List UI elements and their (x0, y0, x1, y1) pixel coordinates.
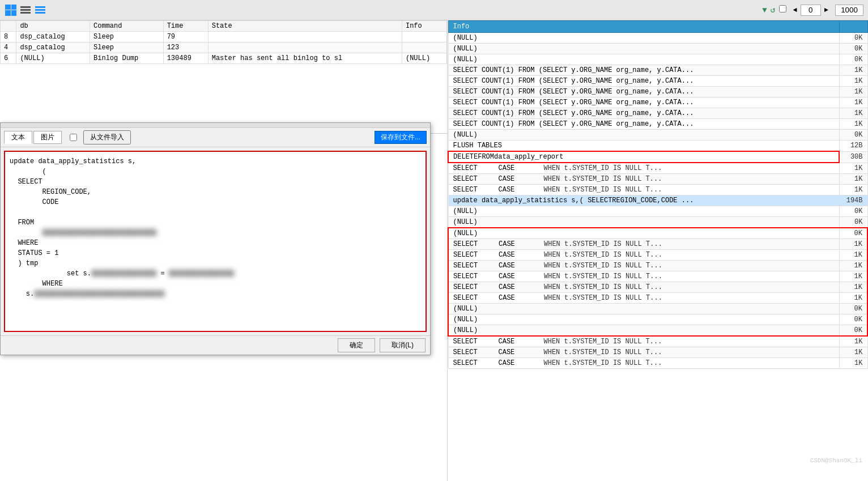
cell-size: 0K (839, 130, 867, 141)
import-file-button[interactable]: 从文件导入 (83, 130, 131, 144)
filter-icon[interactable]: ▼ (762, 6, 767, 15)
table-row[interactable]: SELECTCASEWHEN t.SYSTEM_ID IS NULL T...1… (448, 271, 867, 282)
cell-size: 1K (839, 97, 867, 108)
cell-info: SELECT COUNT(1) FROM (SELECT y.ORG_NAME … (448, 76, 839, 87)
cell-info: SELECTCASEWHEN t.SYSTEM_ID IS NULL T... (448, 293, 839, 304)
right-scroll-area[interactable]: Info (NULL)0K(NULL)0K(NULL)0KSELECT COUN… (448, 20, 868, 481)
table-row[interactable]: SELECT COUNT(1) FROM (SELECT y.ORG_NAME … (448, 87, 867, 97)
cell-info: SELECTCASEWHEN t.SYSTEM_ID IS NULL T... (448, 261, 839, 271)
cell-info: (NULL) (448, 325, 839, 337)
cell-db: dsp_catalog (16, 32, 90, 42)
table-row[interactable]: (NULL)0K (448, 325, 867, 337)
table-row[interactable]: SELECTCASEWHEN t.SYSTEM_ID IS NULL T...1… (448, 293, 867, 304)
toolbar: ▼ ↺ ◄ ► (0, 0, 868, 20)
cell-state (208, 42, 402, 53)
table-row[interactable]: SELECTCASEWHEN t.SYSTEM_ID IS NULL T...1… (448, 174, 867, 185)
cell-size: 12B (839, 141, 867, 152)
table-row[interactable]: SELECTCASEWHEN t.SYSTEM_ID IS NULL T...1… (448, 163, 867, 174)
main-container: db Command Time State Info 8 dsp_catalog… (0, 20, 868, 481)
table-row[interactable]: SELECTCASEWHEN t.SYSTEM_ID IS NULL T...1… (448, 347, 867, 358)
table-row[interactable]: 8 dsp_catalog Sleep 79 (1, 32, 447, 42)
cell-info: (NULL) (448, 314, 839, 325)
dialog-titlebar (1, 123, 430, 128)
cell-info: (NULL) (402, 53, 446, 64)
cell-size: 1K (839, 76, 867, 87)
table-row[interactable]: SELECT COUNT(1) FROM (SELECT y.ORG_NAME … (448, 97, 867, 108)
table-row[interactable]: (NULL)0K (448, 33, 867, 44)
right-table: Info (NULL)0K(NULL)0K(NULL)0KSELECT COUN… (448, 20, 868, 369)
table-row[interactable]: SELECTCASEWHEN t.SYSTEM_ID IS NULL T...1… (448, 282, 867, 293)
table-row[interactable]: SELECT COUNT(1) FROM (SELECT y.ORG_NAME … (448, 119, 867, 130)
cell-id: 8 (1, 32, 16, 42)
table-row[interactable]: SELECTCASEWHEN t.SYSTEM_ID IS NULL T...1… (448, 261, 867, 271)
cell-info: (NULL) (448, 33, 839, 44)
limit-row-checkbox-label (779, 5, 786, 15)
tab-image[interactable]: 图片 (33, 131, 62, 144)
another-view-icon[interactable] (34, 4, 46, 16)
cell-size: 0K (839, 325, 867, 337)
table-row[interactable]: SELECTCASEWHEN t.SYSTEM_ID IS NULL T...1… (448, 239, 867, 250)
table-row[interactable]: (NULL)0K (448, 206, 867, 217)
save-file-button[interactable]: 保存到文件... (375, 131, 427, 144)
cell-info: (NULL) (448, 228, 839, 239)
set-null-checkbox[interactable] (70, 134, 77, 141)
cell-size: 0K (839, 314, 867, 325)
table-row[interactable]: SELECTCASEWHEN t.SYSTEM_ID IS NULL T...1… (448, 336, 867, 347)
cancel-button[interactable]: 取消(L) (380, 338, 426, 352)
table-row[interactable]: SELECT COUNT(1) FROM (SELECT y.ORG_NAME … (448, 65, 867, 76)
prev-page-icon[interactable]: ◄ (793, 6, 797, 14)
table-row[interactable]: (NULL)0K (448, 54, 867, 65)
cell-size: 1K (839, 282, 867, 293)
dialog-tabs: 文本 图片 从文件导入 保存到文件... (1, 128, 430, 147)
table-row[interactable]: SELECT COUNT(1) FROM (SELECT y.ORG_NAME … (448, 108, 867, 119)
table-row[interactable]: SELECTCASEWHEN t.SYSTEM_ID IS NULL T...1… (448, 185, 867, 195)
table-row[interactable]: (NULL)0K (448, 130, 867, 141)
table-row[interactable]: (NULL)0K (448, 314, 867, 325)
cell-size: 1K (839, 119, 867, 130)
cell-info: DELETEFROMdata_apply_report (448, 151, 839, 163)
refresh-icon[interactable]: ↺ (771, 5, 776, 15)
dialog-content[interactable]: update data_apply_statistics s, ( SELECT… (4, 151, 427, 332)
confirm-button[interactable]: 确定 (338, 338, 375, 352)
cell-command: Sleep (90, 32, 164, 42)
tab-text[interactable]: 文本 (4, 131, 32, 144)
table-row[interactable]: (NULL)0K (448, 228, 867, 239)
cell-info: SELECTCASEWHEN t.SYSTEM_ID IS NULL T... (448, 358, 839, 369)
table-row[interactable]: SELECTCASEWHEN t.SYSTEM_ID IS NULL T...1… (448, 358, 867, 369)
cell-size: 1K (839, 239, 867, 250)
cell-size: 1K (839, 174, 867, 185)
table-row[interactable]: SELECTCASEWHEN t.SYSTEM_ID IS NULL T...1… (448, 250, 867, 261)
cell-size: 0K (839, 44, 867, 54)
grid-view-icon[interactable] (5, 4, 17, 16)
cell-info (402, 32, 446, 42)
cell-size: 1K (839, 261, 867, 271)
table-row[interactable]: (NULL)0K (448, 217, 867, 228)
cell-size: 0K (839, 206, 867, 217)
next-page-icon[interactable]: ► (824, 6, 828, 14)
table-row[interactable]: DELETEFROMdata_apply_report30B (448, 151, 867, 163)
limit-row-checkbox[interactable] (779, 5, 786, 12)
table-row[interactable]: update data_apply_statistics s,( SELECTR… (448, 195, 867, 206)
cell-info: SELECT COUNT(1) FROM (SELECT y.ORG_NAME … (448, 65, 839, 76)
cell-size: 1K (839, 336, 867, 347)
cell-command: Binlog Dump (90, 53, 164, 64)
row-count-input[interactable] (835, 5, 863, 16)
cell-size: 1K (839, 108, 867, 119)
table-row[interactable]: SELECT COUNT(1) FROM (SELECT y.ORG_NAME … (448, 76, 867, 87)
right-col-size (839, 21, 867, 33)
cell-size: 1K (839, 347, 867, 358)
list-view-icon[interactable] (19, 4, 32, 16)
process-table: db Command Time State Info 8 dsp_catalog… (0, 20, 447, 134)
watermark: CSDN@ShanOK_li (810, 457, 862, 464)
table-row[interactable]: 4 dsp_catalog Sleep 123 (1, 42, 447, 53)
cell-size: 0K (839, 228, 867, 239)
cell-time: 79 (163, 32, 208, 42)
table-row[interactable]: (NULL)0K (448, 44, 867, 54)
cell-info: SELECTCASEWHEN t.SYSTEM_ID IS NULL T... (448, 239, 839, 250)
first-row-input[interactable] (801, 5, 821, 16)
table-row[interactable]: 6 (NULL) Binlog Dump 130489 Master has s… (1, 53, 447, 64)
table-row[interactable]: FLUSH TABLES12B (448, 141, 867, 152)
table-row[interactable]: (NULL)0K (448, 304, 867, 314)
cell-info: (NULL) (448, 304, 839, 314)
right-col-info: Info (448, 21, 839, 33)
